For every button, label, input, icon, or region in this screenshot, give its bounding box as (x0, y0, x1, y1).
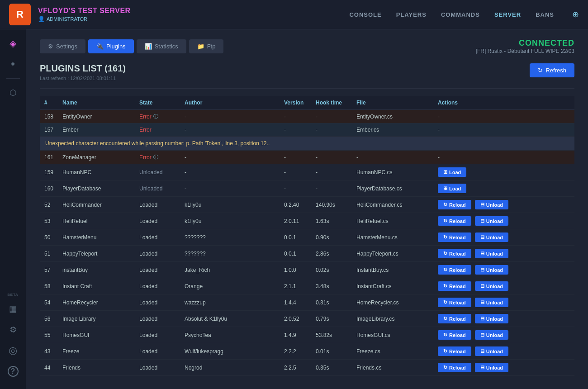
tab-statistics[interactable]: 📊 Statistics (137, 39, 186, 53)
cell-file: PlayerDatabase.cs (352, 180, 433, 197)
unload-label: Unload (486, 332, 503, 338)
unload-button[interactable]: ⊟Unload (475, 363, 508, 372)
cell-author: PsychoTea (180, 327, 280, 343)
cell-actions: ↻Reload ⊟Unload (433, 262, 574, 278)
reload-icon: ↻ (443, 234, 447, 240)
load-button[interactable]: ⊞ Load (438, 184, 466, 193)
reload-label: Reload (449, 300, 466, 305)
unload-button[interactable]: ⊟Unload (475, 330, 508, 340)
unload-button[interactable]: ⊟Unload (475, 314, 508, 323)
reload-label: Reload (449, 365, 466, 370)
actions-cell: ↻Reload ⊟Unload (438, 265, 570, 275)
cell-author: Wulf/lukespragg (180, 343, 280, 360)
unload-button[interactable]: ⊟Unload (475, 249, 508, 258)
reload-label: Reload (449, 267, 466, 273)
share-icon[interactable]: ⊕ (572, 9, 579, 19)
cell-state: Loaded (135, 311, 180, 327)
col-header-actions: Actions (433, 96, 574, 110)
reload-button[interactable]: ↻Reload (438, 363, 471, 372)
tab-settings-label: Settings (56, 43, 77, 50)
reload-button[interactable]: ↻Reload (438, 330, 471, 340)
admin-label: ADMINISTRATOR (47, 16, 87, 22)
cell-num: 159 (40, 164, 58, 180)
sidebar-item-2[interactable]: ✦ (4, 55, 23, 74)
cell-state: Loaded (135, 262, 180, 278)
cell-actions: ↻Reload ⊟Unload (433, 278, 574, 294)
unload-button[interactable]: ⊟Unload (475, 265, 508, 275)
unload-button[interactable]: ⊟Unload (475, 200, 508, 209)
nav-players[interactable]: PLAYERS (396, 9, 427, 20)
actions-cell: ↻Reload ⊟Unload (438, 298, 570, 307)
nav-bans[interactable]: BANS (536, 9, 554, 20)
reload-label: Reload (449, 235, 466, 240)
nav-server[interactable]: SERVER (494, 9, 521, 20)
reload-button[interactable]: ↻Reload (438, 232, 471, 242)
cell-name: Image Library (58, 311, 135, 327)
cell-num: 52 (40, 197, 58, 213)
cell-hooktime: 3.48s (311, 278, 352, 294)
reload-button[interactable]: ↻Reload (438, 216, 471, 226)
cell-author: Jake_Rich (180, 262, 280, 278)
tab-settings[interactable]: ⚙ Settings (40, 39, 85, 53)
cell-version: 1.0.0 (280, 262, 311, 278)
table-row: 157 Ember Error - - - Ember.cs - (40, 123, 574, 137)
cell-author: Nogrod (180, 360, 280, 376)
reload-button[interactable]: ↻Reload (438, 314, 471, 323)
discord-icon: ◎ (9, 345, 17, 356)
sidebar-help[interactable]: ? (4, 362, 23, 381)
reload-button[interactable]: ↻Reload (438, 200, 471, 209)
cell-num: 43 (40, 343, 58, 360)
reload-button[interactable]: ↻Reload (438, 249, 471, 258)
cell-version: 1.4.9 (280, 327, 311, 343)
cell-actions: ⊞ Load (433, 180, 574, 197)
logo-letter: R (16, 9, 24, 20)
unload-label: Unload (486, 235, 503, 240)
grid-icon: ▦ (9, 304, 17, 314)
table-row: 56 Image Library Loaded Absolut & K1lly0… (40, 311, 574, 327)
state-error: Error ⓘ (139, 113, 175, 120)
cell-actions: ↻Reload ⊟Unload (433, 327, 574, 343)
sidebar-grid[interactable]: ▦ (4, 299, 23, 318)
reload-button[interactable]: ↻Reload (438, 281, 471, 291)
cell-author: k1lly0u (180, 197, 280, 213)
tab-plugins[interactable]: 🔌 Plugins (88, 39, 134, 53)
unload-label: Unload (486, 316, 503, 322)
refresh-label: Refresh (545, 67, 566, 74)
reload-button[interactable]: ↻Reload (438, 265, 471, 275)
cell-version: 0.2.40 (280, 197, 311, 213)
cell-hooktime: - (311, 151, 352, 164)
reload-button[interactable]: ↻Reload (438, 346, 471, 356)
statistics-icon: 📊 (145, 43, 152, 50)
nav-console[interactable]: CONSOLE (349, 9, 381, 20)
col-header-version: Version (280, 96, 311, 110)
reload-label: Reload (449, 349, 466, 354)
cell-state: Error (135, 123, 180, 137)
sidebar-item-3[interactable]: ⬡ (4, 83, 23, 102)
reload-label: Reload (449, 332, 466, 338)
unload-button[interactable]: ⊟Unload (475, 216, 508, 226)
table-row: 52 HeliCommander Loaded k1lly0u 0.2.40 1… (40, 197, 574, 213)
cell-version: - (280, 164, 311, 180)
nav-commands[interactable]: COMMANDS (441, 9, 480, 20)
cell-hooktime: - (311, 164, 352, 180)
plugins-table: # Name State Author Version Hook time Fi… (40, 96, 574, 376)
col-header-file: File (352, 96, 433, 110)
tab-ftp[interactable]: 📁 Ftp (189, 39, 224, 53)
reload-button[interactable]: ↻Reload (438, 298, 471, 307)
info-icon[interactable]: ⓘ (153, 113, 158, 120)
unload-button[interactable]: ⊟Unload (475, 232, 508, 242)
sidebar-discord[interactable]: ◎ (4, 341, 23, 360)
refresh-button[interactable]: ↻ Refresh (530, 63, 574, 77)
load-button[interactable]: ⊞ Load (438, 167, 466, 177)
unload-button[interactable]: ⊟Unload (475, 281, 508, 291)
info-icon[interactable]: ⓘ (153, 154, 158, 161)
sidebar-gear[interactable]: ⚙ (4, 320, 23, 339)
unload-button[interactable]: ⊟Unload (475, 346, 508, 356)
topnav: R VFLOYD'S TEST SERVER 👤 ADMINISTRATOR C… (0, 0, 588, 29)
cell-author: Orange (180, 278, 280, 294)
unload-button[interactable]: ⊟Unload (475, 298, 508, 307)
cell-name: HamsterMenu (58, 229, 135, 246)
cell-state: Loaded (135, 278, 180, 294)
cell-name: HeliRefuel (58, 213, 135, 229)
sidebar-item-1[interactable]: ◈ (4, 34, 23, 53)
